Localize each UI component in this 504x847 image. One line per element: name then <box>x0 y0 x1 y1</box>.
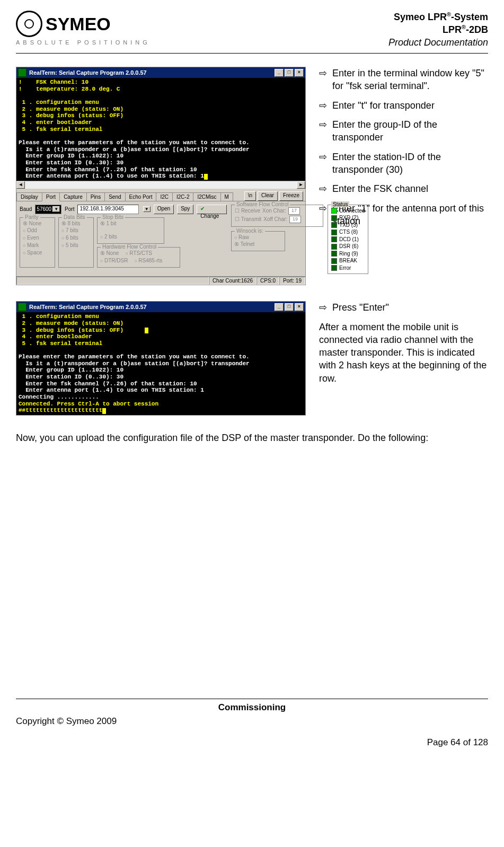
hwflow-rs485[interactable]: RS485-rts <box>134 257 162 264</box>
swflow-group: Software Flow Control ReceiveXon Char:17… <box>231 205 323 227</box>
hwflow-rtscts[interactable]: RTS/CTS <box>125 250 152 257</box>
tab-i2c2[interactable]: I2C-2 <box>172 192 193 201</box>
parity-even[interactable]: Even <box>23 234 52 242</box>
window-title: RealTerm: Serial Capture Program 2.0.0.5… <box>29 69 275 76</box>
arrow-icon: ⇨ <box>319 99 327 112</box>
close-button[interactable]: × <box>295 69 304 77</box>
tab-i2c[interactable]: I2C <box>156 192 173 201</box>
instr-text: Enter "t" for transponder <box>332 99 488 112</box>
open-button[interactable]: Open <box>154 205 174 214</box>
maximize-button[interactable]: □ <box>285 303 294 311</box>
terminal-output[interactable]: ! FSK Channel: 10 ! temperature: 28.0 de… <box>16 78 305 181</box>
status-dsr: DSR (6) <box>339 243 358 250</box>
tab-display[interactable]: Display <box>16 192 42 201</box>
databits-6[interactable]: 6 bits <box>61 234 91 242</box>
status-group: Status Connected RXD (2) TXD (3) CTS (8)… <box>328 205 368 275</box>
parity-none[interactable]: None <box>23 220 52 227</box>
winsock-raw[interactable]: Raw <box>234 234 282 241</box>
registered-icon: ® <box>447 11 451 17</box>
xon-input[interactable]: 17 <box>288 207 300 215</box>
newline-button[interactable]: \n <box>244 191 256 201</box>
instr-paragraph: After a moment the mobile unit is connec… <box>319 321 488 385</box>
port-input[interactable]: 192.168.1.99:3045 <box>77 205 138 214</box>
tab-bar: Display Port Capture Pins Send Echo Port… <box>16 189 305 201</box>
titlebar[interactable]: RealTerm: Serial Capture Program 2.0.0.5… <box>16 67 305 78</box>
logo-icon <box>16 11 42 37</box>
page-header: SYMEO ABSOLUTE POSITIONING Symeo LPR®-Sy… <box>16 11 488 54</box>
hwflow-dtrdsr[interactable]: DTR/DSR <box>100 257 128 264</box>
logo-text: SYMEO <box>46 14 111 34</box>
tab-port[interactable]: Port <box>42 192 60 201</box>
content-row-2: RealTerm: Serial Capture Program 2.0.0.5… <box>16 301 488 416</box>
xoff-input[interactable]: 19 <box>289 216 301 223</box>
stopbits-legend: Stop Bits <box>101 214 125 220</box>
scroll-left-icon[interactable]: ◄ <box>16 181 25 189</box>
led-icon <box>331 244 337 250</box>
statusbar-cps: CPS:0 <box>257 277 279 285</box>
status-rxd: RXD (2) <box>339 214 358 222</box>
status-dcd: DCD (1) <box>339 236 359 243</box>
footer-copyright: Copyright © Symeo 2009 <box>16 716 488 727</box>
led-icon <box>331 215 337 221</box>
status-bar: Char Count:1626 CPS:0 Port: 19 <box>16 276 305 285</box>
swflow-legend: Software Flow Control <box>235 201 290 207</box>
parity-mark[interactable]: Mark <box>23 242 52 249</box>
stopbits-1[interactable]: 1 bit <box>100 220 161 227</box>
doc-title-3: Product Documentation <box>388 37 488 49</box>
logo-tagline: ABSOLUTE POSITIONING <box>16 39 151 46</box>
tab-send[interactable]: Send <box>104 192 125 201</box>
close-button[interactable]: × <box>295 303 304 311</box>
led-icon <box>331 265 337 271</box>
baud-label: Baud <box>20 206 32 212</box>
screenshot-2: RealTerm: Serial Capture Program 2.0.0.5… <box>16 301 306 416</box>
clear-button[interactable]: Clear <box>258 191 278 201</box>
tab-pins[interactable]: Pins <box>86 192 105 201</box>
status-connected: Connected <box>339 207 365 215</box>
sw-transmit-check[interactable]: Transmit <box>235 216 261 222</box>
titlebar[interactable]: RealTerm: Serial Capture Program 2.0.0.5… <box>16 302 305 312</box>
tab-capture[interactable]: Capture <box>59 192 87 201</box>
databits-8[interactable]: 8 bits <box>61 220 91 227</box>
tab-i2cmisc[interactable]: I2CMisc <box>193 192 220 201</box>
stopbits-2[interactable]: 2 bits <box>100 233 161 241</box>
instr-text: Enter the FSK channel <box>332 182 488 195</box>
logo-block: SYMEO ABSOLUTE POSITIONING <box>16 11 151 46</box>
arrow-icon: ⇨ <box>319 118 327 144</box>
minimize-button[interactable]: _ <box>275 69 284 77</box>
hwflow-legend: Hardware Flow Control <box>101 244 158 250</box>
scroll-right-icon[interactable]: ► <box>297 181 305 189</box>
freeze-button[interactable]: Freeze <box>279 191 303 201</box>
parity-space[interactable]: Space <box>23 249 52 257</box>
instr-text: Enter the group-ID of the transponder <box>332 118 488 144</box>
minimize-button[interactable]: _ <box>275 303 284 311</box>
hwflow-none[interactable]: None <box>100 250 119 257</box>
xoff-label: Xoff Char: <box>263 216 287 222</box>
spy-button[interactable]: Spy <box>177 205 193 214</box>
databits-7[interactable]: 7 bits <box>61 227 91 234</box>
h-scrollbar[interactable]: ◄ ► <box>16 181 305 189</box>
cursor-icon <box>204 174 208 180</box>
doc-title-1a: Symeo LPR <box>394 12 447 22</box>
sw-receive-check[interactable]: Receive <box>235 208 260 214</box>
status-legend: Status <box>331 201 349 207</box>
footer-pagenum: Page 64 of 128 <box>16 737 488 748</box>
footer-section: Commissioning <box>16 699 488 713</box>
instructions-2: ⇨Press "Enter" After a moment the mobile… <box>319 301 488 385</box>
winsock-telnet[interactable]: Telnet <box>234 241 282 248</box>
tab-echoport[interactable]: Echo Port <box>125 192 157 201</box>
maximize-button[interactable]: □ <box>285 69 294 77</box>
registered-icon: ® <box>462 24 466 30</box>
databits-5[interactable]: 5 bits <box>61 242 91 249</box>
baud-select[interactable]: 57600▼ <box>35 205 61 214</box>
chevron-down-icon[interactable]: ▼ <box>52 206 60 212</box>
parity-odd[interactable]: Odd <box>23 227 52 234</box>
databits-legend: Data Bits <box>62 214 87 220</box>
app-icon <box>18 303 26 311</box>
terminal-output[interactable]: 1 . configuration menu 2 . measure mode … <box>16 312 305 415</box>
content-row-1: RealTerm: Serial Capture Program 2.0.0.5… <box>16 67 488 285</box>
winsock-legend: Winsock is: <box>235 228 265 234</box>
change-button[interactable]: ✔ Change <box>197 205 227 214</box>
arrow-icon: ⇨ <box>319 182 327 195</box>
tab-m[interactable]: M <box>220 192 233 201</box>
chevron-down-icon[interactable]: ▼ <box>143 206 151 212</box>
